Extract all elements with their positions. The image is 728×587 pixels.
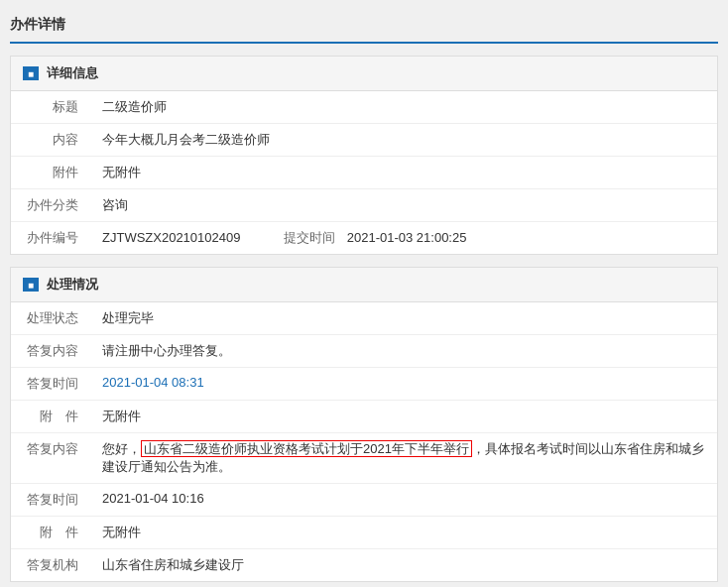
table-row: 附 件 无附件 xyxy=(11,517,717,549)
label-attachment3: 附 件 xyxy=(11,517,90,549)
process-header-label: 处理情况 xyxy=(47,276,98,294)
table-row: 附 件 无附件 xyxy=(11,401,717,433)
label-reply2: 答复内容 xyxy=(11,433,90,484)
value-category: 咨询 xyxy=(90,189,717,222)
table-row: 办件编号 ZJTWSZX20210102409 提交时间 2021-01-03 … xyxy=(11,222,717,255)
value-replytime2: 2021-01-04 10:16 xyxy=(90,484,717,517)
process-info-table: 处理状态 处理完毕 答复内容 请注册中心办理答复。 答复时间 2021-01-0… xyxy=(11,302,717,581)
reply2-prefix: 您好， xyxy=(102,441,141,456)
detail-info-table: 标题 二级造价师 内容 今年大概几月会考二级造价师 附件 无附件 办件分类 咨询… xyxy=(11,91,717,254)
label-status: 处理状态 xyxy=(11,302,90,335)
table-row: 附件 无附件 xyxy=(11,157,717,189)
value-reply1: 请注册中心办理答复。 xyxy=(90,335,717,368)
value-attachment3: 无附件 xyxy=(90,517,717,549)
value-replytime1: 2021-01-04 08:31 xyxy=(90,368,717,401)
value-number: ZJTWSZX20210102409 提交时间 2021-01-03 21:00… xyxy=(90,222,717,255)
table-row: 答复时间 2021-01-04 08:31 xyxy=(11,368,717,401)
page-title: 办件详情 xyxy=(10,10,718,44)
table-row: 内容 今年大概几月会考二级造价师 xyxy=(11,124,717,157)
case-number: ZJTWSZX20210102409 xyxy=(102,230,240,245)
label-number: 办件编号 xyxy=(11,222,90,255)
submit-time-label: 提交时间 xyxy=(284,230,335,245)
label-attachment: 附件 xyxy=(11,157,90,189)
reply2-highlight: 山东省二级造价师执业资格考试计划于2021年下半年举行 xyxy=(141,440,472,457)
table-row: 答复内容 您好，山东省二级造价师执业资格考试计划于2021年下半年举行，具体报名… xyxy=(11,433,717,484)
table-row: 标题 二级造价师 xyxy=(11,91,717,124)
label-category: 办件分类 xyxy=(11,189,90,222)
detail-header-label: 详细信息 xyxy=(47,64,98,82)
label-org: 答复机构 xyxy=(11,549,90,582)
table-row: 答复机构 山东省住房和城乡建设厅 xyxy=(11,549,717,582)
value-org: 山东省住房和城乡建设厅 xyxy=(90,549,717,582)
label-attachment2: 附 件 xyxy=(11,401,90,433)
detail-card: ■ 详细信息 标题 二级造价师 内容 今年大概几月会考二级造价师 附件 无附件 … xyxy=(10,56,718,255)
process-card-header: ■ 处理情况 xyxy=(11,268,717,302)
label-title: 标题 xyxy=(11,91,90,124)
value-reply2: 您好，山东省二级造价师执业资格考试计划于2021年下半年举行，具体报名考试时间以… xyxy=(90,433,717,484)
label-replytime1: 答复时间 xyxy=(11,368,90,401)
table-row: 处理状态 处理完毕 xyxy=(11,302,717,335)
table-row: 办件分类 咨询 xyxy=(11,189,717,222)
value-attachment: 无附件 xyxy=(90,157,717,189)
table-row: 答复时间 2021-01-04 10:16 xyxy=(11,484,717,517)
label-content: 内容 xyxy=(11,124,90,157)
label-reply1: 答复内容 xyxy=(11,335,90,368)
detail-header-icon: ■ xyxy=(23,66,39,80)
detail-card-header: ■ 详细信息 xyxy=(11,57,717,91)
submit-time-value: 2021-01-03 21:00:25 xyxy=(347,230,467,245)
value-title: 二级造价师 xyxy=(90,91,717,124)
value-attachment2: 无附件 xyxy=(90,401,717,433)
process-card: ■ 处理情况 处理状态 处理完毕 答复内容 请注册中心办理答复。 答复时间 20… xyxy=(10,267,718,582)
value-status: 处理完毕 xyxy=(90,302,717,335)
value-content: 今年大概几月会考二级造价师 xyxy=(90,124,717,157)
process-header-icon: ■ xyxy=(23,278,39,292)
label-replytime2: 答复时间 xyxy=(11,484,90,517)
table-row: 答复内容 请注册中心办理答复。 xyxy=(11,335,717,368)
